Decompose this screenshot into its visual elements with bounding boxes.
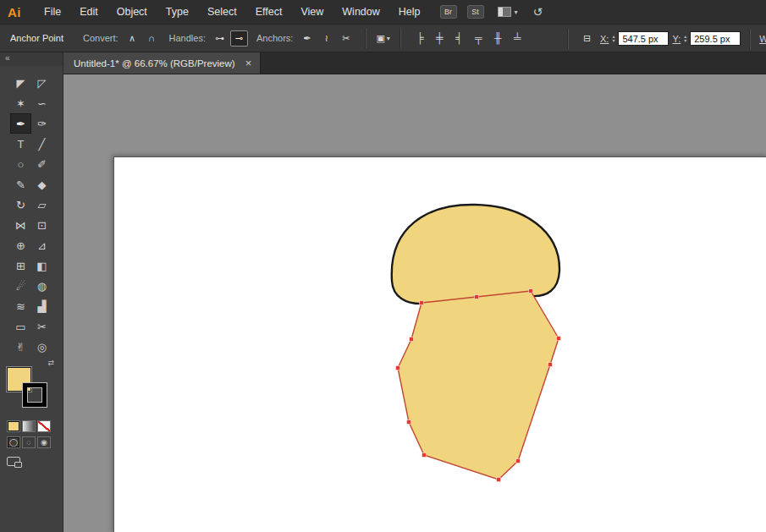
anchor-point[interactable] bbox=[475, 295, 479, 299]
align-horizontal-left-icon[interactable]: ╞ bbox=[411, 30, 429, 47]
menu-window[interactable]: Window bbox=[333, 0, 389, 24]
x-input[interactable] bbox=[618, 31, 669, 46]
width-tool[interactable]: ⋈ bbox=[10, 215, 31, 235]
connect-anchors-icon[interactable]: ≀ bbox=[317, 30, 335, 47]
anchor-point[interactable] bbox=[557, 337, 561, 341]
workspace-switcher[interactable]: ▾ bbox=[498, 7, 518, 17]
scale-tool[interactable]: ▱ bbox=[31, 195, 52, 215]
menu-help[interactable]: Help bbox=[389, 0, 430, 24]
gradient-tool[interactable]: ◧ bbox=[31, 255, 52, 276]
stepper-down-icon[interactable]: ▾ bbox=[684, 39, 686, 43]
align-vertical-center-icon[interactable]: ╫ bbox=[489, 30, 507, 47]
rotate-view-icon[interactable]: ↺ bbox=[533, 5, 543, 19]
pencil-tool[interactable]: ✎ bbox=[10, 174, 31, 195]
swap-fill-stroke-icon[interactable]: ⇄ bbox=[47, 359, 54, 367]
app-logo[interactable]: Ai bbox=[8, 5, 21, 19]
menu-type[interactable]: Type bbox=[157, 0, 198, 24]
none-button[interactable] bbox=[37, 420, 51, 432]
anchors-icon-group: ✒≀✂ bbox=[297, 30, 355, 47]
lasso-tool[interactable]: ∽ bbox=[31, 93, 52, 113]
artboard-tool[interactable]: ▭ bbox=[10, 316, 31, 337]
mushroom-cap-shape[interactable] bbox=[392, 205, 559, 304]
isolate-object-button[interactable]: ▣ ▾ bbox=[376, 33, 389, 44]
ellipse-tool[interactable]: ○ bbox=[10, 154, 31, 174]
work-area: Untitled-1* @ 66.67% (RGB/Preview) × bbox=[63, 52, 766, 532]
menu-file[interactable]: File bbox=[35, 0, 70, 24]
color-button[interactable] bbox=[7, 420, 20, 432]
selected-polygon-shape[interactable] bbox=[398, 291, 559, 480]
y-stepper[interactable]: ▴▾ bbox=[684, 35, 686, 43]
zoom-tool[interactable]: ◎ bbox=[31, 337, 52, 357]
anchor-point[interactable] bbox=[420, 301, 424, 305]
gradient-button[interactable] bbox=[22, 420, 36, 432]
free-transform-tool[interactable]: ⊡ bbox=[31, 215, 52, 235]
draw-normal-mode[interactable]: ◯ bbox=[7, 436, 20, 448]
remove-anchor-icon[interactable]: ✒ bbox=[298, 30, 316, 47]
cut-path-icon[interactable]: ✂ bbox=[337, 30, 355, 47]
shape-builder-tool[interactable]: ⊕ bbox=[10, 235, 31, 255]
bridge-button[interactable]: Br bbox=[440, 5, 457, 19]
collapse-panel-button[interactable]: « bbox=[0, 52, 63, 66]
type-tool[interactable]: T bbox=[10, 134, 31, 154]
x-stepper[interactable]: ▴▾ bbox=[612, 35, 614, 43]
perspective-grid-tool[interactable]: ⊿ bbox=[31, 235, 52, 255]
pen-tool[interactable]: ✒ bbox=[10, 113, 31, 134]
menu-object[interactable]: Object bbox=[107, 0, 157, 24]
direct-selection-tool[interactable]: ◸ bbox=[31, 73, 52, 93]
anchor-point[interactable] bbox=[497, 478, 501, 482]
selection-tool[interactable]: ◤ bbox=[10, 73, 31, 93]
stepper-down-icon[interactable]: ▾ bbox=[612, 39, 614, 43]
anchor-point[interactable] bbox=[422, 453, 427, 458]
align-horizontal-center-icon[interactable]: ╪ bbox=[431, 30, 449, 47]
hide-handles-icon[interactable]: ⊸ bbox=[230, 30, 248, 47]
align-horizontal-right-icon[interactable]: ╡ bbox=[450, 30, 468, 47]
y-label[interactable]: Y: bbox=[672, 34, 681, 44]
line-segment-tool[interactable]: ╱ bbox=[31, 134, 52, 154]
mesh-tool[interactable]: ⊞ bbox=[10, 255, 31, 276]
draw-behind-mode[interactable]: ◌ bbox=[22, 436, 36, 448]
menu-effect[interactable]: Effect bbox=[246, 0, 292, 24]
convert-to-smooth-icon[interactable]: ∩ bbox=[143, 30, 161, 47]
align-vertical-top-icon[interactable]: ╤ bbox=[470, 30, 488, 47]
magic-wand-tool[interactable]: ✶ bbox=[10, 93, 31, 113]
reference-point-icon[interactable]: ⊟ bbox=[578, 30, 596, 47]
align-vertical-bottom-icon[interactable]: ╧ bbox=[509, 30, 526, 47]
isolate-object-icon: ▣ bbox=[376, 33, 384, 44]
w-label[interactable]: W: bbox=[759, 34, 766, 44]
y-input[interactable] bbox=[690, 31, 741, 46]
close-tab-icon[interactable]: × bbox=[245, 58, 252, 69]
rotate-tool[interactable]: ↻ bbox=[10, 195, 31, 215]
anchor-point[interactable] bbox=[529, 289, 533, 293]
document-tab[interactable]: Untitled-1* @ 66.67% (RGB/Preview) × bbox=[63, 52, 261, 74]
chevron-down-icon: ▾ bbox=[387, 35, 390, 42]
menu-select[interactable]: Select bbox=[198, 0, 246, 24]
convert-to-corner-icon[interactable]: ∧ bbox=[124, 30, 141, 47]
blend-tool[interactable]: ◍ bbox=[31, 276, 52, 296]
symbol-sprayer-tool[interactable]: ≋ bbox=[10, 296, 31, 316]
stroke-color-swatch[interactable] bbox=[23, 383, 47, 407]
anchors-label: Anchors: bbox=[256, 33, 293, 43]
anchor-point[interactable] bbox=[410, 337, 414, 342]
illustrator-window: Ai FileEditObjectTypeSelectEffectViewWin… bbox=[0, 0, 766, 532]
anchor-point[interactable] bbox=[516, 459, 521, 463]
menu-view[interactable]: View bbox=[291, 0, 333, 24]
hand-tool[interactable]: ✌ bbox=[10, 337, 31, 357]
curvature-tool[interactable]: ✑ bbox=[31, 113, 52, 134]
tools-panel: « ◤◸✶∽✒✑T╱○✐✎◆↻▱⋈⊡⊕⊿⊞◧☄◍≋▟▭✂✌◎ ⇄ ◯◌◉ bbox=[0, 52, 63, 532]
paintbrush-tool[interactable]: ✐ bbox=[31, 154, 52, 174]
draw-inside-mode[interactable]: ◉ bbox=[37, 436, 51, 448]
x-label[interactable]: X: bbox=[600, 34, 609, 44]
show-handles-icon[interactable]: ⊶ bbox=[211, 30, 229, 47]
screen-mode-button[interactable] bbox=[7, 457, 25, 470]
anchor-point[interactable] bbox=[548, 363, 553, 367]
eyedropper-tool[interactable]: ☄ bbox=[10, 276, 31, 296]
stock-button[interactable]: St bbox=[467, 5, 484, 19]
eraser-tool[interactable]: ◆ bbox=[31, 174, 52, 195]
column-graph-tool[interactable]: ▟ bbox=[31, 296, 52, 316]
control-bar: Anchor Point Convert: ∧∩ Handles: ⊶⊸ Anc… bbox=[0, 25, 766, 52]
menu-edit[interactable]: Edit bbox=[70, 0, 107, 24]
canvas[interactable] bbox=[63, 74, 766, 532]
slice-tool[interactable]: ✂ bbox=[31, 316, 52, 337]
anchor-point[interactable] bbox=[396, 366, 400, 370]
anchor-point[interactable] bbox=[407, 420, 411, 425]
